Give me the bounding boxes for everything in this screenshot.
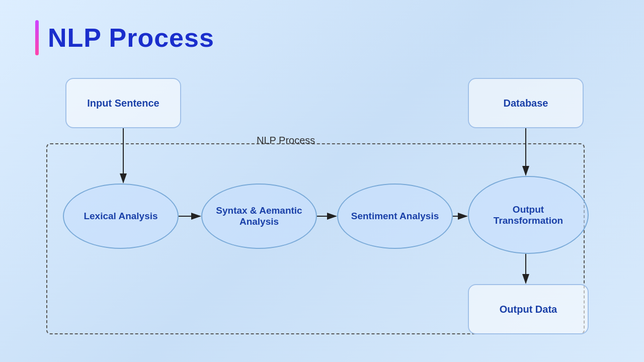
header: NLP Process bbox=[0, 0, 644, 65]
syntax-semantic-ellipse: Syntax & Aemantic Analysis bbox=[201, 184, 317, 249]
page-title: NLP Process bbox=[48, 23, 214, 53]
diagram: NLP Process Input Sentence Database Lexi… bbox=[35, 65, 609, 347]
output-data-box: Output Data bbox=[468, 284, 589, 334]
output-transformation-ellipse: Output Transformation bbox=[468, 176, 589, 254]
sentiment-analysis-ellipse: Sentiment Analysis bbox=[337, 184, 453, 249]
nlp-process-label: NLP Process bbox=[257, 135, 315, 146]
lexical-analysis-ellipse: Lexical Analysis bbox=[63, 184, 179, 249]
database-box: Database bbox=[468, 78, 584, 128]
input-sentence-box: Input Sentence bbox=[65, 78, 181, 128]
accent-bar bbox=[35, 20, 39, 55]
